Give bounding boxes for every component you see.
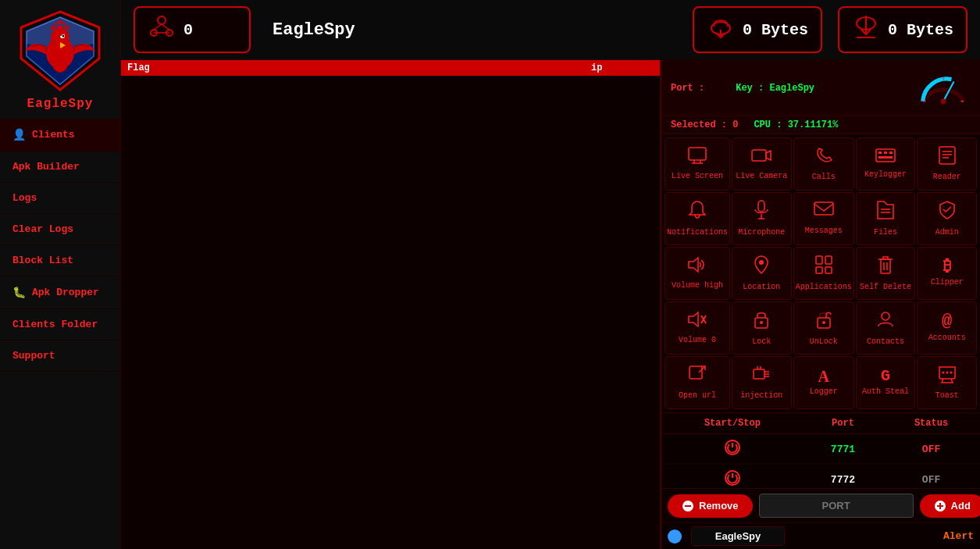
reader-button[interactable]: Reader xyxy=(917,137,977,191)
sidebar-item-apk-dropper[interactable]: 🐛 Apk Dropper xyxy=(0,276,120,309)
clipper-button[interactable]: ₿ Clipper xyxy=(917,247,977,300)
svg-rect-41 xyxy=(939,147,955,164)
accounts-button[interactable]: @ Accounts xyxy=(917,301,977,355)
sidebar-app-title: EagleSpy xyxy=(27,97,94,111)
table-row: 7771 OFF xyxy=(661,434,980,465)
col-ip: ip xyxy=(591,62,654,73)
remove-button[interactable]: Remove xyxy=(668,494,753,518)
reader-icon xyxy=(939,146,956,169)
port-value-2: 7772 xyxy=(804,465,882,489)
notifications-icon xyxy=(688,200,707,225)
add-button[interactable]: Add xyxy=(920,494,980,518)
svg-marker-35 xyxy=(766,151,771,160)
col-flag: Flag xyxy=(127,62,591,73)
unlock-button[interactable]: UnLock xyxy=(793,301,854,355)
start-stop-1[interactable] xyxy=(661,434,804,465)
start-stop-2[interactable] xyxy=(661,465,804,489)
unlock-label: UnLock xyxy=(810,337,838,347)
sidebar-label-apk-dropper: Apk Dropper xyxy=(32,287,99,298)
volume-high-button[interactable]: Volume high xyxy=(665,247,730,300)
keylogger-button[interactable]: Keylogger xyxy=(856,137,916,191)
microphone-button[interactable]: Microphone xyxy=(732,192,792,245)
col-port: Port xyxy=(804,413,882,434)
auth-steal-button[interactable]: G Auth Steal xyxy=(856,356,916,409)
location-button[interactable]: Location xyxy=(732,247,792,300)
files-icon xyxy=(876,200,895,225)
volume-0-button[interactable]: Volume 0 xyxy=(665,301,730,355)
stat-download-value: 0 Bytes xyxy=(888,21,953,39)
svg-rect-53 xyxy=(816,256,822,264)
logger-button[interactable]: A Logger xyxy=(793,356,854,409)
svg-rect-30 xyxy=(689,148,706,160)
svg-point-67 xyxy=(882,312,889,320)
live-screen-icon xyxy=(687,147,707,169)
col-status: Status xyxy=(882,413,980,434)
remove-label: Remove xyxy=(699,500,739,512)
action-buttons-grid: Live Screen Live Camera Calls xyxy=(661,134,980,412)
injection-label: injection xyxy=(740,391,782,401)
stat-box-download: 0 Bytes xyxy=(838,6,968,53)
logger-label: Logger xyxy=(810,387,838,397)
live-camera-button[interactable]: Live Camera xyxy=(732,137,792,191)
info-row-2: Selected : 0 CPU : 37.11171% xyxy=(661,116,980,134)
sidebar-item-clear-logs[interactable]: Clear Logs xyxy=(0,214,120,245)
messages-icon xyxy=(814,201,834,223)
self-delete-label: Self Delete xyxy=(860,283,911,292)
sidebar-item-clients[interactable]: 👤 Clients xyxy=(0,119,120,152)
sidebar-label-clients-folder: Clients Folder xyxy=(12,319,98,330)
port-input[interactable] xyxy=(759,494,914,518)
svg-rect-70 xyxy=(754,369,764,379)
sidebar-label-block-list: Block List xyxy=(12,255,73,266)
svg-rect-34 xyxy=(752,150,766,161)
toast-label: Toast xyxy=(935,391,959,401)
toast-icon xyxy=(937,365,957,388)
svg-point-26 xyxy=(941,98,946,104)
injection-button[interactable]: injection xyxy=(732,356,792,409)
sidebar: EagleSpy 👤 Clients Apk Builder Logs Clea… xyxy=(0,0,121,549)
footer-key-input[interactable] xyxy=(691,526,785,546)
live-screen-button[interactable]: Live Screen xyxy=(665,137,730,191)
power-icon-2 xyxy=(724,469,741,487)
svg-line-17 xyxy=(154,24,162,30)
download-icon xyxy=(852,12,880,47)
selected-label: Selected : 0 xyxy=(671,119,738,130)
sidebar-item-support[interactable]: Support xyxy=(0,340,120,372)
calls-button[interactable]: Calls xyxy=(793,137,854,191)
sidebar-item-apk-builder[interactable]: Apk Builder xyxy=(0,152,120,183)
files-label: Files xyxy=(874,228,897,237)
sidebar-item-block-list[interactable]: Block List xyxy=(0,245,120,276)
svg-rect-45 xyxy=(758,201,764,212)
right-panel: Port : Key : EagleSpy xyxy=(660,60,980,549)
applications-button[interactable]: Applications xyxy=(793,247,854,300)
sidebar-label-clients: Clients xyxy=(32,129,75,141)
open-url-button[interactable]: Open url xyxy=(665,356,730,409)
notifications-label: Notifications xyxy=(667,228,728,237)
auth-steal-icon: G xyxy=(881,369,890,384)
lock-button[interactable]: Lock xyxy=(732,301,792,355)
svg-point-78 xyxy=(950,372,952,374)
volume-high-icon xyxy=(687,256,707,278)
contacts-icon xyxy=(877,309,894,334)
left-panel: Flag ip xyxy=(121,60,660,549)
files-button[interactable]: Files xyxy=(856,192,916,245)
notifications-button[interactable]: Notifications xyxy=(665,192,730,245)
clients-stat-icon xyxy=(148,12,176,47)
accounts-label: Accounts xyxy=(928,333,966,343)
cloud-download-icon xyxy=(852,12,880,41)
svg-point-9 xyxy=(57,25,63,31)
svg-point-77 xyxy=(946,372,948,374)
alert-label: Alert xyxy=(943,530,974,542)
sidebar-label-support: Support xyxy=(12,350,55,362)
svg-rect-37 xyxy=(878,152,882,154)
messages-button[interactable]: Messages xyxy=(793,192,854,245)
contacts-button[interactable]: Contacts xyxy=(856,301,916,355)
admin-button[interactable]: Admin xyxy=(917,192,977,245)
sidebar-item-clients-folder[interactable]: Clients Folder xyxy=(0,309,120,340)
self-delete-button[interactable]: Self Delete xyxy=(856,247,916,300)
svg-rect-13 xyxy=(66,27,69,30)
applications-label: Applications xyxy=(796,283,852,292)
toast-button[interactable]: Toast xyxy=(917,356,977,409)
clients-icon: 👤 xyxy=(12,128,26,141)
sidebar-item-logs[interactable]: Logs xyxy=(0,183,120,214)
svg-rect-36 xyxy=(876,149,895,162)
